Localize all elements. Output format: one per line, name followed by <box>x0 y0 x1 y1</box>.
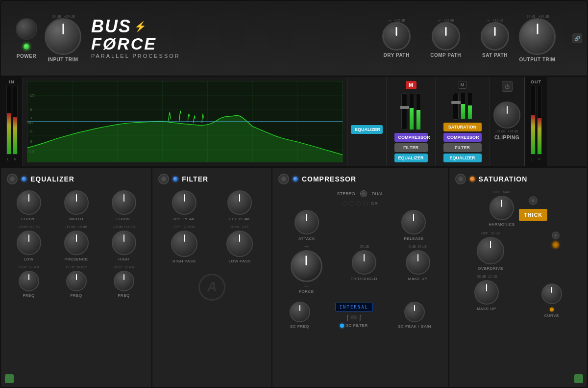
sat-makeup-group: -30 dB 12 dB MAKE UP <box>474 275 499 318</box>
top-section: POWER -24 dB +24 dB INPUT TRIM BUS ⚡ FØR… <box>1 1 587 77</box>
eq-presence-group: -15 dB +15 dB PRESENCE <box>64 225 89 261</box>
sat-path-knob[interactable] <box>481 22 509 51</box>
out-meter-l-label: L <box>532 157 534 161</box>
eq-curve-1-knob[interactable] <box>17 190 41 215</box>
comp-makeup-group: 0 dB 30 dB MAKE UP <box>406 245 430 294</box>
eq-module-icon[interactable] <box>7 174 18 184</box>
sat-m-label: M <box>461 82 465 87</box>
sat-module-led[interactable] <box>470 177 475 181</box>
corner-br <box>574 374 583 383</box>
filter-high-pass-knob[interactable] <box>171 231 197 257</box>
eq-width-knob[interactable] <box>64 190 89 215</box>
svg-text:9: 9 <box>30 107 32 112</box>
sat-curve-label: CURVE <box>544 313 559 318</box>
comp-module-led[interactable] <box>293 177 298 181</box>
link-button[interactable]: 🔗 <box>572 33 582 43</box>
sc-freq-group: SC FREQ <box>290 302 310 329</box>
clipping-range: -24 dB +24 dB <box>495 129 518 133</box>
comp-attack-knob[interactable] <box>294 210 319 234</box>
comp-path-group: -∞ +12 dB COMP PATH <box>430 19 461 58</box>
clipping-knob[interactable] <box>493 102 520 129</box>
sat-indicator-col <box>552 232 560 271</box>
eq-freq-high-knob[interactable] <box>114 271 134 291</box>
svg-text:-15: -15 <box>27 149 34 153</box>
sat-saturation-button[interactable]: SATURATION <box>443 123 482 131</box>
out-meter-left <box>531 86 536 155</box>
sat-led-row <box>550 308 554 311</box>
comp-force-knob[interactable] <box>291 250 322 282</box>
sat-toggle-2[interactable] <box>552 232 560 239</box>
sat-makeup-knob[interactable] <box>474 280 499 305</box>
sat-toggle-knob[interactable] <box>529 196 538 205</box>
sc-freq-knob[interactable] <box>290 302 310 322</box>
comp-stereo-switch[interactable] <box>360 190 367 197</box>
sat-harmonics-label: HARMONICS <box>489 222 514 227</box>
sat-overdrive-knob[interactable] <box>477 237 504 264</box>
eq-freq-mid-group: 10 Hz 30 kHz FREQ <box>66 265 87 298</box>
comp-filter-button[interactable]: FILTER <box>394 143 428 152</box>
comp-eq-button[interactable]: EQUALIZER <box>394 154 428 162</box>
comp-compressor-button[interactable]: COMPRESSOR <box>394 133 428 142</box>
output-trim-knob[interactable] <box>519 18 556 55</box>
plugin-container: POWER -24 dB +24 dB INPUT TRIM BUS ⚡ FØR… <box>0 0 588 388</box>
eq-curve-1-label: CURVE <box>21 217 36 221</box>
sat-harmonics-knob[interactable] <box>490 196 514 220</box>
comp-stereo-row: STEREO DUAL <box>278 190 442 197</box>
output-trim-label: OUTPUT TRIM <box>519 57 556 62</box>
brand-arrow: ⚡ <box>134 21 147 32</box>
out-meter-right-fill <box>538 118 541 154</box>
filter-low-pass-knob[interactable] <box>226 231 253 257</box>
comp-path-knob[interactable] <box>432 22 460 51</box>
filter-lpf-peak-label: LPF PEAK <box>229 217 250 221</box>
eq-module-led[interactable] <box>22 177 26 181</box>
comp-threshold-knob[interactable] <box>352 250 376 275</box>
comp-module-icon[interactable] <box>278 174 289 184</box>
eq-freq-low-knob[interactable] <box>19 271 39 291</box>
eq-low-knob[interactable] <box>17 231 41 255</box>
sc-peak-gain-knob[interactable] <box>404 302 425 322</box>
compressor-module: COMPRESSOR STEREO DUAL GR <box>272 168 449 388</box>
filter-module-icon[interactable] <box>158 174 169 184</box>
sat-curve-knob[interactable] <box>541 284 562 304</box>
comp-fader[interactable] <box>400 106 410 109</box>
comp-makeup-knob[interactable] <box>406 250 430 275</box>
comp-release-label: RELEASE <box>404 236 423 241</box>
filter-hpf-peak-knob[interactable] <box>172 190 196 215</box>
sat-module-icon[interactable] <box>455 174 466 184</box>
filter-module: FILTER HPF PEAK LPF PEAK OFF 20 kHz <box>152 168 272 388</box>
brand-name-2: FØRCE <box>91 35 180 52</box>
eq-freq-low-group: 10 Hz 30 kHz FREQ <box>18 265 40 298</box>
eq-freq-mid-label: FREQ <box>70 293 82 298</box>
eq-presence-knob[interactable] <box>64 231 89 255</box>
eq-high-knob[interactable] <box>112 231 136 255</box>
comp-mute-button[interactable]: M <box>406 81 416 89</box>
filter-hpf-peak-group: HPF PEAK <box>172 190 196 221</box>
sat-fader[interactable] <box>451 101 461 104</box>
out-meter-right <box>537 86 542 155</box>
sat-m-indicator: M <box>459 81 466 89</box>
comp-attack-label: ATTACK <box>298 236 315 241</box>
brand-subtitle: PARALLEL PROCESSOR <box>91 53 180 59</box>
power-knob[interactable] <box>16 18 37 40</box>
in-meter-l-label: L <box>7 157 9 161</box>
thick-button[interactable]: THICK <box>519 209 548 221</box>
filter-module-led[interactable] <box>173 177 178 181</box>
eq-freq-mid-knob[interactable] <box>66 271 87 291</box>
sc-lp-icon: ∫ <box>346 313 348 321</box>
clipping-power-button[interactable]: ⏻ <box>502 81 513 92</box>
comp-release-knob[interactable] <box>401 210 426 234</box>
sat-thick-column: THICK <box>519 196 548 221</box>
sat-filter-button[interactable]: FILTER <box>443 143 482 152</box>
parallel-section: EQUALIZER M COMPRESSOR <box>347 77 587 166</box>
comp-gr-led-1 <box>343 201 347 206</box>
brand-section: BUS ⚡ FØRCE PARALLEL PROCESSOR <box>91 18 180 59</box>
dry-path-knob[interactable] <box>382 22 411 51</box>
sat-eq-button[interactable]: EQUALIZER <box>443 154 482 162</box>
eq-curve-2-knob[interactable] <box>112 190 136 215</box>
input-trim-knob[interactable] <box>45 18 81 55</box>
filter-lpf-peak-knob[interactable] <box>227 190 252 215</box>
sat-curve-led <box>550 308 554 311</box>
sat-compressor-button[interactable]: COMPRESSOR <box>443 133 482 142</box>
equalizer-path-button[interactable]: EQUALIZER <box>351 125 383 134</box>
comp-channel-strip: M COMPRESSOR FILTER EQUALIZER <box>387 77 436 166</box>
